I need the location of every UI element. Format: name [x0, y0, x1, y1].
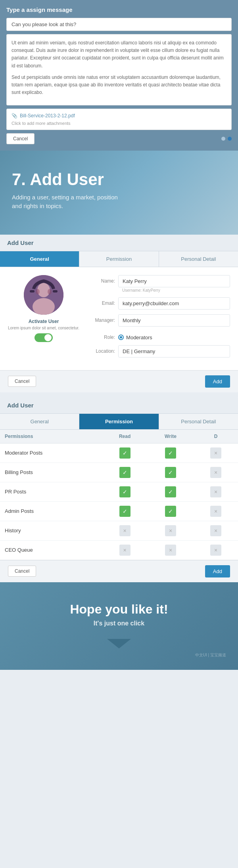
perm-row-name: Moderator Posts	[0, 443, 102, 463]
dot-1	[221, 137, 225, 141]
perm-delete-cell[interactable]: ×	[194, 482, 238, 501]
general-tabs: General Permission Personal Detail	[0, 251, 238, 267]
svg-point-3	[36, 289, 40, 294]
perm-tab-personal[interactable]: Personal Detail	[159, 414, 238, 429]
table-row: Billing Posts✓✓×	[0, 463, 238, 482]
perm-read-cell[interactable]: ×	[102, 540, 148, 560]
table-row: History×××	[0, 521, 238, 540]
name-input[interactable]	[118, 275, 230, 287]
perm-read-cell[interactable]: ✓	[102, 463, 148, 482]
x-icon: ×	[119, 545, 131, 556]
check-icon: ✓	[165, 467, 176, 478]
svg-rect-6	[53, 290, 58, 293]
perm-cancel-button[interactable]: Cancel	[8, 566, 36, 577]
perm-table: Permissions Read Write D Moderator Posts…	[0, 430, 238, 560]
general-add-button[interactable]: Add	[205, 375, 230, 388]
tab-permission[interactable]: Permission	[79, 251, 159, 267]
location-field-row: Location:	[87, 345, 230, 358]
activate-toggle[interactable]	[35, 333, 53, 342]
watermark: 中文UI | 宝宝频道	[12, 652, 226, 658]
email-label: Email:	[87, 297, 115, 306]
svg-point-2	[33, 298, 55, 315]
x-icon: ×	[210, 447, 221, 459]
perm-col-read: Read	[102, 430, 148, 444]
general-cancel-button[interactable]: Cancel	[8, 376, 36, 387]
general-form-body: Activate User Lorem ipsum dolor sit amet…	[0, 267, 238, 370]
perm-write-cell[interactable]: ✓	[148, 501, 194, 521]
tab-general[interactable]: General	[0, 251, 79, 267]
attach-filename: Bill-Service-2013-2-12.pdf	[20, 113, 75, 119]
perm-tab-permission[interactable]: Permission	[79, 414, 159, 429]
check-icon: ✓	[119, 486, 131, 497]
username-hint: Username: KatyPerry	[118, 288, 230, 293]
add-user-general-section: Add User General Permission Personal Det…	[0, 235, 238, 392]
perm-col-write: Write	[148, 430, 194, 444]
perm-delete-cell[interactable]: ×	[194, 521, 238, 540]
perm-tab-general[interactable]: General	[0, 414, 79, 429]
x-icon: ×	[210, 545, 221, 556]
assign-attachment: 📎 Bill-Service-2013-2-12.pdf Click to ad…	[6, 109, 232, 130]
x-icon: ×	[210, 486, 221, 497]
name-label: Name:	[87, 275, 115, 284]
table-row: Admin Posts✓✓×	[0, 501, 238, 521]
x-icon: ×	[165, 545, 176, 556]
user-general-layout: Activate User Lorem ipsum dolor sit amet…	[8, 275, 230, 362]
email-input[interactable]	[118, 297, 230, 310]
manager-input[interactable]	[118, 314, 230, 327]
perm-write-cell[interactable]: ✓	[148, 443, 194, 463]
table-row: PR Posts✓✓×	[0, 482, 238, 501]
check-icon: ✓	[165, 447, 176, 459]
perm-write-cell[interactable]: ×	[148, 521, 194, 540]
location-input[interactable]	[118, 345, 230, 358]
table-row: CEO Queue×××	[0, 540, 238, 560]
check-icon: ✓	[119, 506, 131, 517]
perm-delete-cell[interactable]: ×	[194, 463, 238, 482]
hero-subtitle: Adding a user, setting a market, positio…	[12, 193, 226, 211]
check-icon: ✓	[119, 467, 131, 478]
hero-number: 7. Add User	[12, 170, 226, 189]
x-icon: ×	[210, 467, 221, 478]
attach-more[interactable]: Click to add more attachments	[12, 121, 226, 126]
perm-col-name: Permissions	[0, 430, 102, 444]
assign-subject: Can you please look at this?	[6, 18, 232, 31]
perm-write-cell[interactable]: ✓	[148, 463, 194, 482]
toggle-knob	[44, 334, 52, 341]
svg-point-4	[48, 289, 52, 294]
assign-title: Type a assign message	[6, 6, 232, 13]
add-user-general-header: Add User	[0, 235, 238, 251]
perm-read-cell[interactable]: ✓	[102, 501, 148, 521]
role-radio[interactable]: Moderators	[118, 331, 230, 340]
attach-file: 📎 Bill-Service-2013-2-12.pdf	[12, 113, 226, 119]
role-field-row: Role: Moderators	[87, 331, 230, 340]
perm-add-button[interactable]: Add	[205, 565, 230, 577]
paperclip-icon: 📎	[12, 113, 17, 119]
x-icon: ×	[165, 525, 176, 536]
assign-cancel-button[interactable]: Cancel	[6, 133, 35, 144]
activate-desc: Lorem ipsum dolor sit amet, consectetur.	[8, 326, 79, 330]
footer-hope: Hope you like it!	[12, 602, 226, 617]
perm-delete-cell[interactable]: ×	[194, 540, 238, 560]
x-icon: ×	[210, 525, 221, 536]
radio-circle	[118, 335, 124, 340]
x-icon: ×	[119, 525, 131, 536]
perm-read-cell[interactable]: ×	[102, 521, 148, 540]
perm-delete-cell[interactable]: ×	[194, 443, 238, 463]
perm-read-cell[interactable]: ✓	[102, 443, 148, 463]
perm-row-name: Billing Posts	[0, 463, 102, 482]
assign-footer: Cancel	[6, 133, 232, 144]
perm-write-cell[interactable]: ✓	[148, 482, 194, 501]
perm-form-footer: Cancel Add	[0, 560, 238, 582]
perm-row-name: History	[0, 521, 102, 540]
general-form-footer: Cancel Add	[0, 370, 238, 392]
perm-write-cell[interactable]: ×	[148, 540, 194, 560]
add-user-perm-header: Add User	[0, 397, 238, 414]
assign-body-p2: Sed ut perspiciatis unde omnis iste natu…	[12, 74, 226, 97]
pagination-dots	[221, 137, 232, 141]
perm-col-delete: D	[194, 430, 238, 444]
email-input-wrap	[118, 297, 230, 310]
footer-hero: Hope you like it! It's just one click 中文…	[0, 582, 238, 670]
perm-delete-cell[interactable]: ×	[194, 501, 238, 521]
perm-read-cell[interactable]: ✓	[102, 482, 148, 501]
user-avatar	[24, 275, 63, 315]
tab-personal-detail[interactable]: Personal Detail	[159, 251, 238, 267]
